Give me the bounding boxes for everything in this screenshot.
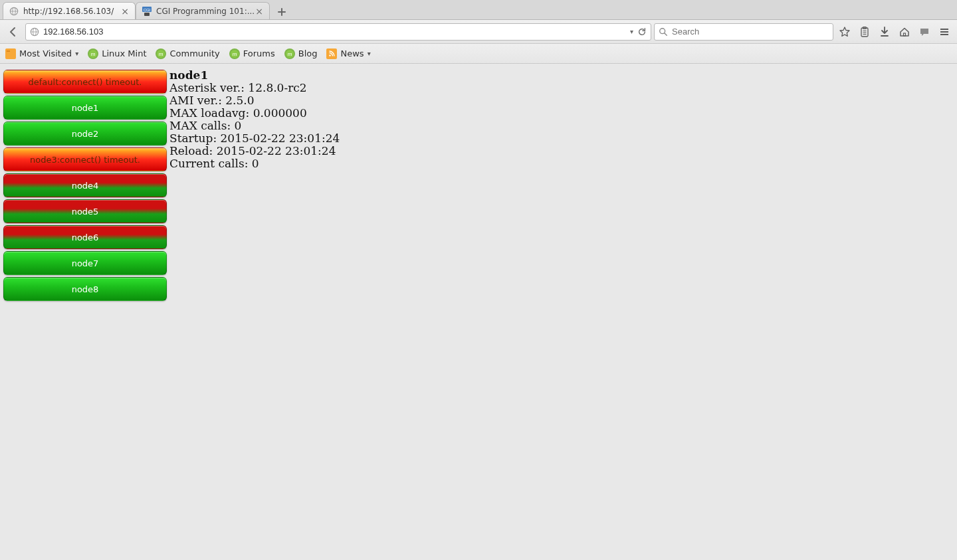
detail-title: node1 <box>169 69 340 82</box>
detail-max-loadavg: MAX loadavg: 0.000000 <box>169 107 340 120</box>
search-icon <box>659 27 668 37</box>
bookmark-label: Community <box>169 48 219 58</box>
folder-icon <box>5 48 16 59</box>
node-details: node1 Asterisk ver.: 12.8.0-rc2 AMI ver.… <box>168 64 341 560</box>
node-button-node1[interactable]: node1 <box>3 96 167 120</box>
close-icon[interactable]: × <box>120 7 130 16</box>
svg-point-31 <box>330 54 331 56</box>
bookmark-linux-mint[interactable]: m Linux Mint <box>88 48 146 59</box>
svg-text:m: m <box>91 51 96 57</box>
detail-asterisk-version: Asterisk ver.: 12.8.0-rc2 <box>169 82 340 94</box>
url-bar[interactable]: ▾ <box>25 23 651 41</box>
node-label: node2 <box>72 129 99 139</box>
node-list: default:connect() timeout. node1 node2 n… <box>0 64 168 560</box>
tab-title: CGI Programming 101:... <box>156 7 255 16</box>
nav-bar: ▾ <box>0 20 957 44</box>
mint-icon: m <box>88 48 98 59</box>
node-label: node5 <box>72 207 99 217</box>
svg-rect-17 <box>904 33 906 36</box>
bookmark-news[interactable]: News ▾ <box>326 48 370 59</box>
bookmark-most-visited[interactable]: Most Visited ▾ <box>5 48 78 59</box>
search-bar[interactable] <box>654 23 833 41</box>
page-content: default:connect() timeout. node1 node2 n… <box>0 64 957 560</box>
bookmark-label: News <box>340 48 364 58</box>
node-label: node6 <box>72 233 99 242</box>
node-label: node7 <box>72 258 99 268</box>
cgi-favicon: CGI <box>142 6 152 17</box>
bookmark-label: Blog <box>298 48 318 58</box>
node-label: node1 <box>72 103 99 113</box>
reload-icon[interactable] <box>637 27 647 37</box>
bookmark-label: Linux Mint <box>102 48 146 58</box>
detail-current-calls: Current calls: 0 <box>169 157 340 170</box>
node-button-node2[interactable]: node2 <box>3 122 167 145</box>
tab-inactive[interactable]: CGI CGI Programming 101:... × <box>136 2 270 19</box>
close-icon[interactable]: × <box>255 7 264 16</box>
svg-text:m: m <box>159 51 163 57</box>
bookmark-star-icon[interactable] <box>836 23 853 41</box>
node-label: default:connect() timeout. <box>28 77 142 87</box>
chevron-down-icon[interactable]: ▾ <box>630 28 633 35</box>
svg-rect-5 <box>144 13 150 16</box>
bookmark-community[interactable]: m Community <box>156 48 219 59</box>
rss-icon <box>326 48 337 59</box>
node-button-default[interactable]: default:connect() timeout. <box>3 70 167 94</box>
mint-icon: m <box>284 48 295 59</box>
svg-text:m: m <box>287 51 292 57</box>
node-label: node3:connect() timeout. <box>30 155 140 165</box>
node-button-node7[interactable]: node7 <box>3 251 167 275</box>
tab-bar: http://192.168.56.103/ × CGI CGI Program… <box>0 0 957 20</box>
node-button-node8[interactable]: node8 <box>3 277 167 301</box>
detail-reload: Reload: 2015-02-22 23:01:24 <box>169 145 340 157</box>
new-tab-button[interactable] <box>272 5 291 19</box>
home-icon[interactable] <box>896 23 913 41</box>
bookmarks-bar: Most Visited ▾ m Linux Mint m Community … <box>0 44 957 64</box>
mint-icon: m <box>156 48 166 59</box>
search-input[interactable] <box>672 27 829 37</box>
mint-icon: m <box>229 48 240 59</box>
node-label: node4 <box>72 181 99 191</box>
detail-ami-version: AMI ver.: 2.5.0 <box>169 94 340 107</box>
chevron-down-icon: ▾ <box>368 50 371 57</box>
svg-text:m: m <box>232 51 237 57</box>
node-label: node8 <box>72 284 99 294</box>
globe-icon <box>9 6 19 17</box>
svg-line-10 <box>665 33 667 35</box>
chat-icon[interactable] <box>916 23 933 41</box>
bookmark-forums[interactable]: m Forums <box>229 48 275 59</box>
chevron-down-icon: ▾ <box>75 50 78 57</box>
bookmark-label: Forums <box>243 48 275 58</box>
url-input[interactable] <box>43 27 626 37</box>
node-button-node3[interactable]: node3:connect() timeout. <box>3 147 167 171</box>
node-button-node6[interactable]: node6 <box>3 225 167 249</box>
bookmark-blog[interactable]: m Blog <box>284 48 318 59</box>
detail-max-calls: MAX calls: 0 <box>169 120 340 132</box>
globe-icon <box>30 27 39 37</box>
detail-startup: Startup: 2015-02-22 23:01:24 <box>169 132 340 145</box>
clipboard-icon[interactable] <box>856 23 873 41</box>
downloads-icon[interactable] <box>876 23 893 41</box>
node-button-node5[interactable]: node5 <box>3 199 167 223</box>
svg-text:CGI: CGI <box>144 8 151 12</box>
svg-rect-21 <box>7 50 10 52</box>
bookmark-label: Most Visited <box>19 48 72 58</box>
node-button-node4[interactable]: node4 <box>3 173 167 197</box>
menu-icon[interactable] <box>936 23 953 41</box>
tab-active[interactable]: http://192.168.56.103/ × <box>3 2 136 19</box>
back-button[interactable] <box>4 23 23 41</box>
tab-title: http://192.168.56.103/ <box>23 7 120 16</box>
